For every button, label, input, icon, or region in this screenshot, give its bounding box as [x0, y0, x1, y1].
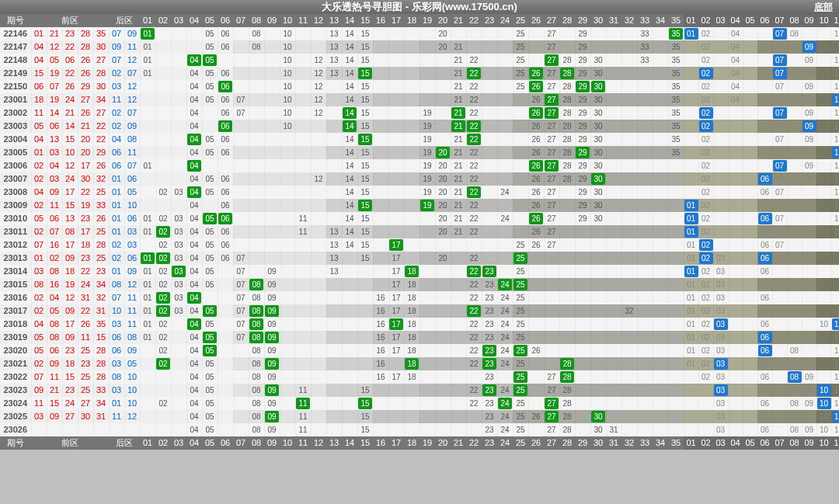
page-title: 大乐透热号寻胆图 - 乐彩网(www.17500.cn) 底部 [0, 0, 839, 14]
scroll-bottom-link[interactable]: 底部 [814, 0, 833, 14]
main-table: 期号前区后区0102030405060708091011121314151617… [0, 14, 839, 450]
